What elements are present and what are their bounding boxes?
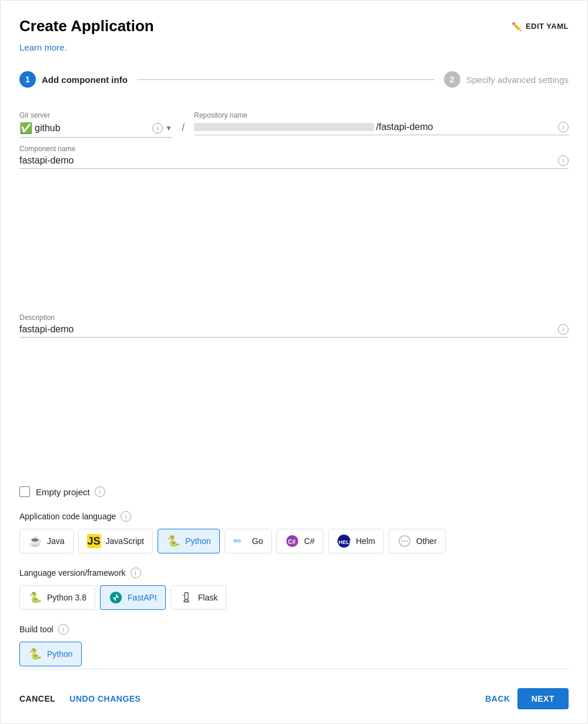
svg-text:Flask: Flask (183, 600, 190, 603)
language-java-button[interactable]: ☕ Java (19, 529, 74, 553)
language-info-icon[interactable]: i (121, 511, 131, 522)
cancel-button[interactable]: CANCEL (19, 694, 55, 703)
description-input-row[interactable]: fastapi-demo i (19, 324, 569, 338)
steps-row: 1 Add component info 2 Specify advanced … (19, 71, 569, 88)
go-label: Go (252, 536, 263, 546)
edit-yaml-button[interactable]: ✏️ EDIT YAML (512, 22, 569, 31)
git-server-label: Git server (19, 111, 172, 119)
svg-text:C#: C# (288, 539, 296, 545)
svg-point-7 (403, 541, 405, 542)
svg-point-6 (401, 541, 403, 542)
git-repo-row: Git server ✅ github i ▼ / Repository nam… (19, 104, 569, 138)
component-name-input-row[interactable]: fastapi-demo i (19, 155, 569, 169)
component-name-value: fastapi-demo (19, 155, 556, 166)
framework-info-icon[interactable]: i (131, 568, 141, 578)
git-server-dropdown-icon[interactable]: ▼ (165, 124, 172, 132)
description-value: fastapi-demo (19, 324, 556, 335)
description-field: Description fastapi-demo i (19, 306, 569, 475)
helm-icon: HELM (337, 534, 351, 548)
framework-python38-button[interactable]: 🐍 Python 3.8 (19, 585, 95, 610)
flask-icon: Flask (179, 590, 193, 605)
repository-name-info-icon[interactable]: i (558, 122, 569, 132)
framework-fastapi-button[interactable]: FastAPI (100, 585, 166, 610)
step-1: 1 Add component info (19, 71, 128, 88)
python-icon: 🐍 (166, 534, 181, 548)
description-info-icon[interactable]: i (558, 324, 569, 335)
empty-project-row: Empty project i (19, 486, 569, 497)
step-2-label: Specify advanced settings (466, 75, 569, 85)
language-csharp-button[interactable]: C# C# (276, 529, 323, 553)
other-label: Other (416, 536, 437, 546)
step-2-circle: 2 (444, 71, 460, 88)
build-tool-info-icon[interactable]: i (58, 624, 69, 635)
framework-buttons: 🐍 Python 3.8 FastAPI Flask Flask (19, 585, 569, 610)
repository-suffix: /fastapi-demo (376, 122, 556, 132)
svg-point-8 (406, 541, 408, 542)
python38-label: Python 3.8 (47, 593, 86, 602)
other-icon (397, 534, 412, 548)
learn-more-link[interactable]: Learn more. (19, 42, 569, 52)
language-helm-button[interactable]: HELM Helm (328, 529, 384, 553)
javascript-icon: JS (87, 534, 101, 548)
language-other-button[interactable]: Other (389, 529, 446, 553)
language-python-button[interactable]: 🐍 Python (158, 529, 220, 553)
empty-project-checkbox[interactable] (19, 486, 30, 497)
java-icon: ☕ (28, 534, 42, 548)
fastapi-label: FastAPI (128, 593, 157, 602)
helm-label: Helm (356, 536, 375, 546)
language-buttons: ☕ Java JS JavaScript 🐍 Python GO Go C# C… (19, 529, 569, 553)
next-button[interactable]: NEXT (517, 688, 569, 709)
step-1-label: Add component info (42, 75, 128, 85)
repo-slash: / (182, 104, 185, 138)
footer-left: CANCEL UNDO CHANGES (19, 694, 141, 703)
python38-icon: 🐍 (28, 590, 42, 605)
csharp-label: C# (304, 536, 315, 546)
edit-yaml-label: EDIT YAML (526, 22, 569, 31)
framework-flask-button[interactable]: Flask Flask (171, 585, 226, 610)
component-name-field: Component name fastapi-demo i (19, 138, 569, 306)
language-go-button[interactable]: GO Go (225, 529, 272, 553)
step-2: 2 Specify advanced settings (444, 71, 569, 88)
build-tool-python-button[interactable]: 🐍 Python (19, 642, 82, 666)
page-title: Create Application (19, 17, 154, 35)
pencil-icon: ✏️ (512, 22, 522, 31)
csharp-icon: C# (285, 534, 299, 548)
build-tool-section-label: Build tool i (19, 624, 569, 635)
java-label: Java (47, 536, 65, 546)
repository-prefix (194, 123, 374, 131)
check-icon: ✅ (19, 122, 32, 135)
git-server-info-icon[interactable]: i (152, 123, 163, 134)
description-label: Description (19, 313, 569, 322)
back-button[interactable]: BACK (485, 694, 510, 703)
component-name-info-icon[interactable]: i (558, 155, 569, 166)
go-icon: GO (233, 534, 248, 548)
step-divider (137, 79, 435, 80)
repository-name-input-row[interactable]: /fastapi-demo i (194, 122, 569, 135)
flask-label: Flask (198, 593, 218, 602)
footer-right: BACK NEXT (485, 688, 569, 709)
framework-section-label: Language version/framework i (19, 568, 569, 578)
repository-name-field: Repository name /fastapi-demo i (194, 104, 569, 138)
undo-changes-button[interactable]: UNDO CHANGES (69, 694, 141, 703)
git-server-input-row[interactable]: ✅ github i ▼ (19, 122, 172, 138)
python-label: Python (185, 536, 211, 546)
step-1-circle: 1 (19, 71, 36, 88)
language-javascript-button[interactable]: JS JavaScript (78, 529, 153, 553)
git-server-field: Git server ✅ github i ▼ (19, 104, 172, 138)
empty-project-label: Empty project i (36, 486, 105, 497)
empty-project-info-icon[interactable]: i (95, 486, 105, 497)
svg-text:HELM: HELM (339, 539, 351, 545)
footer-actions: CANCEL UNDO CHANGES BACK NEXT (19, 669, 569, 709)
build-python-label: Python (47, 649, 73, 659)
svg-text:GO: GO (233, 538, 240, 543)
build-python-icon: 🐍 (28, 647, 42, 661)
repository-name-label: Repository name (194, 111, 569, 119)
build-tool-buttons: 🐍 Python (19, 642, 569, 666)
language-section-label: Application code language i (19, 511, 569, 522)
git-server-value: github (35, 123, 150, 134)
component-name-label: Component name (19, 145, 569, 153)
fastapi-icon (109, 590, 123, 605)
javascript-label: JavaScript (106, 536, 144, 546)
